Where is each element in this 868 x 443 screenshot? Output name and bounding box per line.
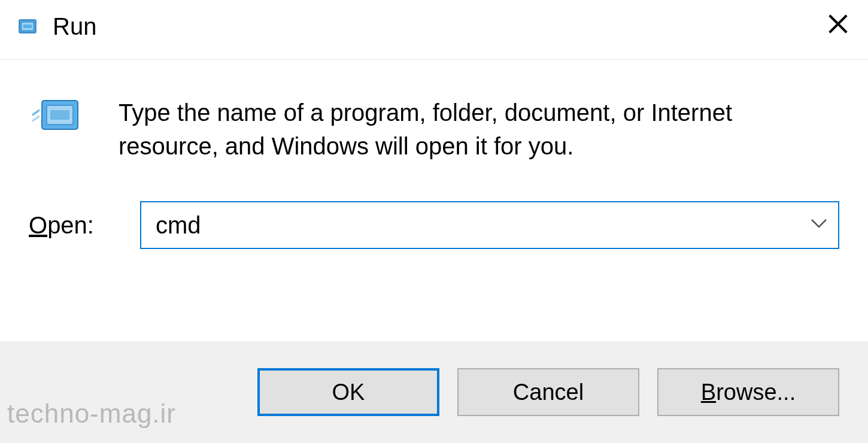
open-row: Open: xyxy=(29,201,839,249)
svg-rect-7 xyxy=(50,110,69,120)
watermark-text: techno-mag.ir xyxy=(7,399,176,429)
description-text: Type the name of a program, folder, docu… xyxy=(119,96,813,163)
close-button[interactable] xyxy=(825,11,851,37)
open-label: Open: xyxy=(29,212,101,239)
run-large-icon xyxy=(29,96,83,138)
open-combobox[interactable] xyxy=(140,201,839,249)
browse-button[interactable]: Browse... xyxy=(657,368,839,416)
run-icon xyxy=(17,16,38,38)
description-row: Type the name of a program, folder, docu… xyxy=(29,96,839,163)
open-input[interactable] xyxy=(140,201,839,249)
svg-rect-2 xyxy=(23,25,32,28)
dialog-body: Type the name of a program, folder, docu… xyxy=(0,60,868,285)
close-icon xyxy=(827,13,849,35)
titlebar: Run xyxy=(0,0,868,60)
cancel-button[interactable]: Cancel xyxy=(457,368,639,416)
window-title: Run xyxy=(53,13,96,40)
ok-button[interactable]: OK xyxy=(257,368,439,416)
